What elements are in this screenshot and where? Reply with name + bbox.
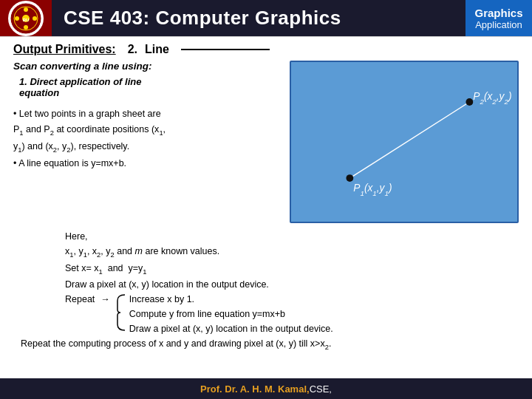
section-title: 2. Line [128, 43, 270, 56]
algo-here: Here, [21, 229, 519, 244]
page-title: CSE 403: Computer Graphics [64, 7, 341, 30]
bullet-3: y1) and (x2, y2), respectively. [13, 140, 281, 155]
footer-rest: CSE, [310, 383, 332, 395]
content-area: Output Primitives: 2. Line Scan converti… [0, 37, 532, 358]
svg-text:P2(x2,y2): P2(x2,y2) [473, 91, 511, 105]
left-column: Scan converting a line using: 1. Direct … [13, 61, 281, 223]
svg-text:BU: BU [23, 18, 30, 22]
section-name: Line [145, 43, 169, 56]
algo-line2: Set x= x1 and y=y1 [21, 261, 519, 278]
logo-svg: BU [10, 2, 42, 35]
algorithm-section: Here, x1, y1, x2, y2 and m are known val… [13, 229, 519, 353]
svg-point-5 [33, 16, 37, 21]
section-divider [181, 49, 270, 50]
bullet-1: • Let two points in a graph sheet are [13, 107, 281, 121]
university-logo: BU [8, 1, 44, 36]
tag-area: Graphics Application [466, 0, 532, 36]
arrow-right: → [100, 292, 110, 307]
main-content: Scan converting a line using: 1. Direct … [13, 61, 519, 223]
section-number: 2. [128, 43, 137, 56]
repeat-block: Repeat → Increase x by 1. Compute y from… [21, 292, 519, 336]
list-item-direct: 1. Direct application of line equation [13, 76, 281, 98]
bullet-section: • Let two points in a graph sheet are P1… [13, 107, 281, 173]
logo-area: BU [0, 0, 52, 36]
algo-last-line: Repeat the computing process of x and y … [21, 336, 519, 353]
svg-line-8 [349, 102, 469, 178]
bullet-4: • A line equation is y=mx+b. [13, 157, 281, 171]
diagram-area: P1(x1,y1) P2(x2,y2) [290, 61, 519, 223]
svg-point-9 [346, 174, 353, 182]
algo-line1: x1, y1, x2, y2 and m are known values. [21, 244, 519, 261]
brace-icon [116, 293, 126, 332]
output-primitives-label: Output Primitives: [13, 43, 116, 56]
brace-content: Increase x by 1. Compute y from line equ… [129, 292, 333, 336]
header: BU CSE 403: Computer Graphics Graphics A… [0, 0, 532, 37]
svg-point-3 [24, 25, 28, 30]
tag-application: Application [475, 19, 522, 30]
footer: Prof. Dr. A. H. M. Kamal, CSE, [0, 378, 532, 399]
output-row: Output Primitives: 2. Line [13, 43, 519, 56]
svg-text:P1(x1,y1): P1(x1,y1) [353, 183, 392, 197]
title-area: CSE 403: Computer Graphics [52, 0, 466, 36]
tag-graphics: Graphics [474, 7, 522, 19]
scan-converting-title: Scan converting a line using: [13, 61, 281, 72]
line-diagram-svg: P1(x1,y1) P2(x2,y2) [291, 62, 517, 222]
footer-name: Prof. Dr. A. H. M. Kamal, [200, 383, 310, 395]
svg-point-2 [24, 7, 28, 12]
svg-point-4 [15, 16, 19, 21]
algo-line3: Draw a pixel at (x, y) location in the o… [21, 277, 519, 292]
bullet-2: P1 and P2 at coordinate positions (x1, [13, 123, 281, 138]
svg-point-11 [466, 98, 473, 106]
brace-line1: Increase x by 1. [129, 292, 333, 307]
brace-line3: Draw a pixel at (x, y) location in the o… [129, 321, 333, 336]
repeat-label: Repeat [65, 292, 95, 307]
brace-line2: Compute y from line equation y=mx+b [129, 307, 333, 321]
